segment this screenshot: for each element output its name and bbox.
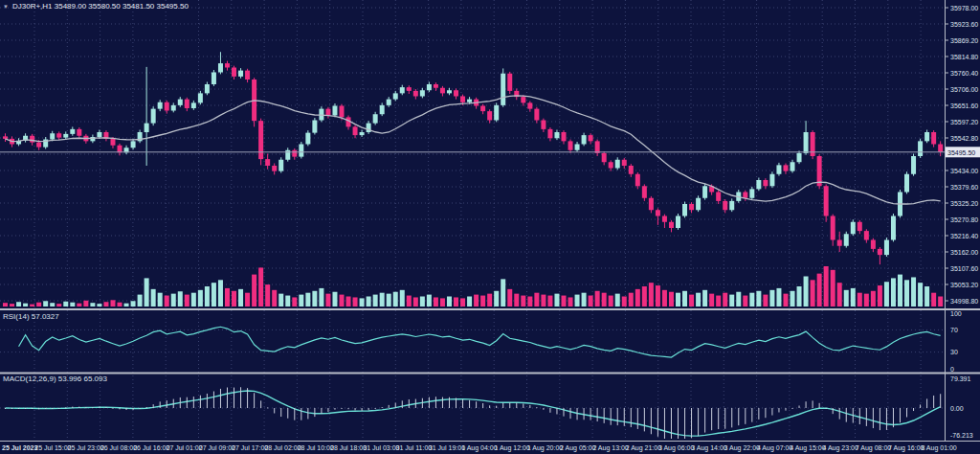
svg-text:27 Jul 09:00: 27 Jul 09:00	[199, 444, 235, 451]
svg-text:35216.40: 35216.40	[950, 233, 978, 239]
chart-title-text: DJ30R+,H1 35489.00 35580.50 35481.50 354…	[12, 2, 189, 11]
svg-text:30: 30	[950, 349, 958, 355]
volume-bars[interactable]	[3, 266, 943, 306]
svg-text:35814.80: 35814.80	[950, 54, 978, 60]
current-price-tag: 35495.50	[946, 147, 980, 157]
svg-text:7 Aug 08:00: 7 Aug 08:00	[856, 444, 891, 452]
svg-text:25 Jul 23:00: 25 Jul 23:00	[68, 444, 104, 451]
macd-indicator-label: MACD(12,26,9) 53.996 65.093	[3, 375, 107, 383]
macd-histogram	[5, 387, 941, 439]
svg-text:27 Jul 01:00: 27 Jul 01:00	[167, 444, 203, 451]
svg-text:28 Jul 10:00: 28 Jul 10:00	[298, 444, 334, 451]
svg-text:25 Jul 2023: 25 Jul 2023	[2, 444, 37, 451]
svg-text:28 Jul 02:00: 28 Jul 02:00	[264, 444, 301, 451]
svg-text:2 Aug 05:00: 2 Aug 05:00	[560, 444, 595, 452]
svg-text:35107.60: 35107.60	[950, 265, 978, 272]
svg-text:1 Aug 12:00: 1 Aug 12:00	[495, 444, 530, 452]
svg-text:35270.80: 35270.80	[950, 216, 978, 223]
svg-text:0: 0	[950, 366, 954, 373]
svg-text:3 Aug 06:00: 3 Aug 06:00	[658, 444, 694, 452]
svg-text:35923.60: 35923.60	[950, 21, 978, 28]
macd-pane[interactable]: 79.3910.00-76.213	[0, 375, 973, 439]
svg-text:27 Jul 17:00: 27 Jul 17:00	[232, 444, 268, 451]
svg-text:35706.00: 35706.00	[950, 86, 978, 93]
svg-text:8 Aug 01:00: 8 Aug 01:00	[921, 444, 956, 452]
candles[interactable]	[3, 52, 943, 264]
svg-text:100: 100	[950, 310, 962, 317]
svg-text:4 Aug 07:00: 4 Aug 07:00	[757, 444, 792, 452]
svg-text:35869.20: 35869.20	[950, 37, 978, 44]
rsi-pane[interactable]: 10070300	[0, 310, 962, 373]
svg-text:-76.213: -76.213	[950, 432, 973, 439]
svg-text:35379.60: 35379.60	[950, 184, 978, 191]
svg-text:1 Aug 20:00: 1 Aug 20:00	[527, 444, 563, 452]
chart-title-bar: ▼ DJ30R+,H1 35489.00 35580.50 35481.50 3…	[3, 2, 189, 11]
svg-text:35434.00: 35434.00	[950, 168, 978, 174]
svg-text:3 Aug 22:00: 3 Aug 22:00	[724, 444, 760, 452]
svg-text:35760.40: 35760.40	[950, 70, 978, 77]
chart-canvas[interactable]: 35978.0035923.6035869.2035814.8035760.40…	[0, 0, 980, 454]
svg-text:4 Aug 23:00: 4 Aug 23:00	[823, 444, 858, 452]
svg-text:4 Aug 15:00: 4 Aug 15:00	[790, 444, 825, 452]
chart-marker-icon[interactable]: ▼	[3, 4, 9, 10]
svg-text:79.391: 79.391	[950, 375, 971, 382]
svg-text:31 Jul 03:00: 31 Jul 03:00	[363, 444, 399, 451]
svg-text:28 Jul 18:00: 28 Jul 18:00	[330, 444, 367, 451]
svg-text:0.00: 0.00	[950, 405, 964, 412]
grid-horizontal	[0, 8, 946, 301]
rsi-indicator-label: RSI(14) 57.0327	[3, 312, 59, 321]
svg-text:3 Aug 14:00: 3 Aug 14:00	[691, 444, 726, 452]
time-axis[interactable]: 25 Jul 202325 Jul 15:0025 Jul 23:0026 Ju…	[2, 444, 957, 452]
svg-text:31 Jul 11:00: 31 Jul 11:00	[396, 444, 433, 451]
rsi-line	[19, 327, 941, 357]
svg-text:2 Aug 21:00: 2 Aug 21:00	[626, 444, 661, 452]
svg-text:26 Jul 16:00: 26 Jul 16:00	[133, 444, 169, 451]
svg-text:35495.50: 35495.50	[947, 149, 975, 156]
macd-signal-line	[6, 391, 941, 436]
svg-text:26 Jul 08:00: 26 Jul 08:00	[100, 444, 137, 451]
svg-text:35651.60: 35651.60	[950, 102, 978, 109]
svg-text:7 Aug 16:00: 7 Aug 16:00	[888, 444, 924, 452]
svg-text:34998.80: 34998.80	[950, 298, 978, 305]
svg-text:35325.20: 35325.20	[950, 200, 978, 207]
svg-text:35597.20: 35597.20	[950, 119, 978, 125]
svg-text:35053.20: 35053.20	[950, 282, 978, 288]
chart-window: 35978.0035923.6035869.2035814.8035760.40…	[0, 0, 980, 454]
svg-text:35162.00: 35162.00	[950, 249, 978, 256]
svg-text:70: 70	[950, 327, 958, 333]
svg-text:2 Aug 13:00: 2 Aug 13:00	[592, 444, 628, 452]
ma-line	[6, 96, 941, 204]
svg-text:1 Aug 04:00: 1 Aug 04:00	[461, 444, 497, 452]
svg-text:35978.00: 35978.00	[950, 5, 978, 11]
svg-text:31 Jul 19:00: 31 Jul 19:00	[429, 444, 465, 451]
svg-text:25 Jul 15:00: 25 Jul 15:00	[34, 444, 71, 451]
svg-text:35542.80: 35542.80	[950, 135, 978, 142]
